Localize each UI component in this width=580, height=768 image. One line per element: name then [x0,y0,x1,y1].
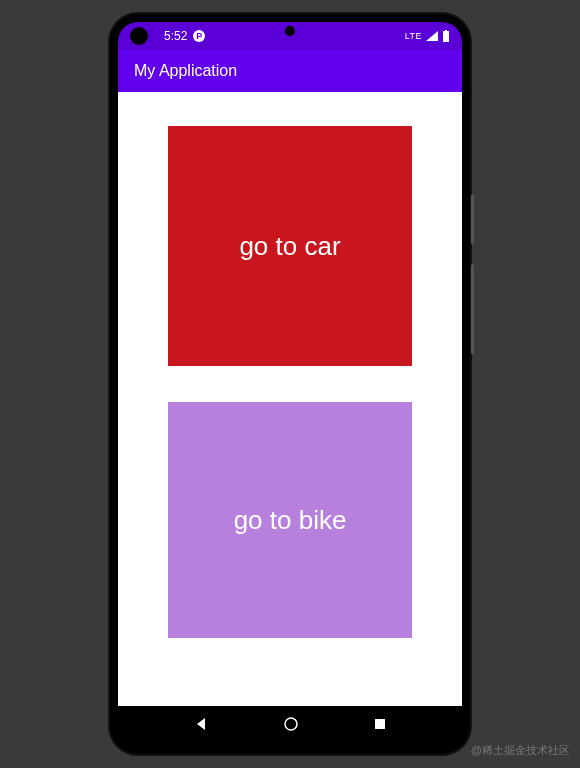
home-icon[interactable] [284,717,298,735]
svg-point-2 [285,718,297,730]
recents-icon[interactable] [373,717,387,735]
tile-label: go to car [239,231,340,262]
back-icon[interactable] [193,716,209,736]
camera-cutout-center [285,26,295,36]
navigation-bar [118,706,462,746]
volume-button[interactable] [471,264,474,354]
app-bar: My Application [118,50,462,92]
svg-rect-0 [443,31,449,42]
status-right: LTE [405,30,450,42]
clock: 5:52 [164,29,187,43]
network-label: LTE [405,31,422,41]
tile-label: go to bike [234,505,347,536]
battery-icon [442,30,450,42]
go-to-car-button[interactable]: go to car [168,126,412,366]
status-bar: 5:52 P LTE [118,22,462,50]
screen: 5:52 P LTE My Application go to car go t [118,22,462,746]
camera-cutout-left [130,27,148,45]
content-area: go to car go to bike [118,92,462,706]
signal-icon [426,31,438,41]
svg-rect-1 [445,30,447,31]
svg-rect-3 [375,719,385,729]
watermark: @稀土掘金技术社区 [471,743,570,758]
app-title: My Application [134,62,237,80]
notification-icon: P [193,30,205,42]
go-to-bike-button[interactable]: go to bike [168,402,412,638]
phone-frame: 5:52 P LTE My Application go to car go t [110,14,470,754]
power-button[interactable] [471,194,474,244]
